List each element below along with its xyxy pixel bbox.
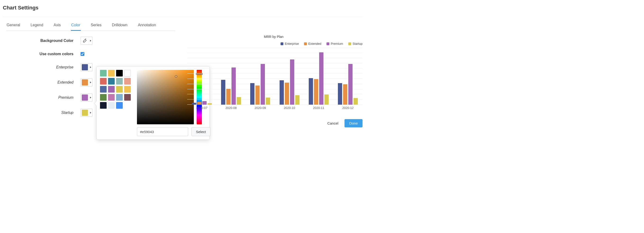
bar[interactable] — [232, 67, 236, 105]
tab-color[interactable]: Color — [71, 22, 81, 31]
bar[interactable] — [261, 64, 265, 105]
bar[interactable] — [290, 59, 294, 105]
legend-item-startup[interactable]: Startup — [348, 42, 362, 45]
tabs: GeneralLegendAxisColorSeriesDrilldownAnn… — [6, 22, 175, 31]
palette-swatch[interactable] — [108, 78, 115, 84]
palette-swatch[interactable] — [108, 94, 115, 101]
palette-swatch[interactable] — [100, 102, 106, 109]
legend-swatch — [280, 42, 284, 45]
legend-label: Enterprise — [285, 42, 299, 45]
bar[interactable] — [354, 98, 358, 105]
bar[interactable] — [338, 83, 342, 105]
done-button[interactable]: Done — [344, 119, 362, 127]
color-swatch — [82, 64, 88, 70]
palette-swatch[interactable] — [108, 70, 115, 76]
page-title: Chart Settings — [2, 3, 362, 17]
bar[interactable] — [309, 78, 313, 105]
palette-swatch[interactable] — [116, 94, 123, 101]
bar[interactable] — [202, 101, 206, 105]
divider — [2, 17, 362, 17]
x-axis-label: 2020-09 — [246, 106, 275, 110]
bar-group — [304, 48, 333, 105]
caret-right-icon — [90, 66, 91, 68]
chart-plot-area — [187, 48, 362, 105]
legend-item-enterprise[interactable]: Enterprise — [280, 42, 299, 45]
bar[interactable] — [348, 64, 352, 105]
x-axis-label: 2020-11 — [304, 106, 333, 110]
palette-swatch[interactable] — [124, 70, 131, 76]
series-label-enterprise: Enterprise — [2, 65, 74, 69]
bar-group — [216, 48, 246, 105]
caret-right-icon — [90, 97, 91, 98]
series-color-button-enterprise[interactable] — [80, 63, 92, 71]
cancel-button[interactable]: Cancel — [327, 121, 338, 125]
palette-swatch[interactable] — [108, 86, 115, 93]
x-axis-label: 2020-07 — [187, 106, 216, 110]
bar[interactable] — [192, 103, 196, 105]
bar[interactable] — [324, 94, 329, 105]
series-color-button-premium[interactable] — [80, 94, 92, 102]
use-custom-colors-checkbox[interactable] — [80, 52, 84, 56]
bar[interactable] — [295, 95, 300, 105]
background-color-button[interactable] — [80, 37, 92, 45]
bar[interactable] — [197, 102, 202, 105]
tab-annotation[interactable]: Annotation — [138, 22, 156, 31]
palette-swatch[interactable] — [124, 78, 131, 84]
series-label-extended: Extended — [2, 80, 74, 84]
series-label-premium: Premium — [2, 95, 74, 100]
tab-axis[interactable]: Axis — [53, 22, 61, 31]
palette-swatch[interactable] — [124, 94, 131, 101]
series-color-button-startup[interactable] — [80, 109, 92, 117]
bar[interactable] — [226, 89, 230, 105]
paintbrush-icon — [82, 38, 88, 44]
legend-label: Startup — [352, 42, 362, 45]
use-custom-colors-label: Use custom colors — [2, 52, 74, 56]
bar[interactable] — [280, 80, 284, 105]
bar[interactable] — [314, 79, 318, 105]
tab-series[interactable]: Series — [90, 22, 102, 31]
palette-swatch[interactable] — [124, 86, 131, 93]
chart-title: MRR by Plan — [185, 35, 362, 39]
legend-swatch — [304, 42, 307, 45]
legend-item-premium[interactable]: Premium — [326, 42, 343, 45]
legend-swatch — [326, 42, 329, 45]
chart-legend: EnterpriseExtendedPremiumStartup — [185, 42, 362, 45]
legend-label: Extended — [308, 42, 321, 45]
color-swatch — [82, 79, 88, 85]
palette-swatch[interactable] — [100, 94, 106, 101]
palette-swatch[interactable] — [100, 78, 106, 84]
tab-legend[interactable]: Legend — [30, 22, 44, 31]
sv-cursor[interactable] — [175, 75, 177, 78]
legend-swatch — [348, 42, 351, 45]
palette-swatch[interactable] — [116, 86, 123, 93]
bar[interactable] — [256, 85, 260, 105]
series-color-button-extended[interactable] — [80, 78, 92, 86]
color-palette — [100, 70, 133, 136]
bar[interactable] — [343, 84, 347, 105]
bar[interactable] — [221, 80, 225, 105]
legend-label: Premium — [331, 42, 343, 45]
bar-group — [333, 48, 362, 105]
palette-swatch[interactable] — [116, 78, 123, 84]
x-axis-label: 2020-08 — [216, 106, 246, 110]
tab-drilldown[interactable]: Drilldown — [111, 22, 128, 31]
palette-swatch[interactable] — [116, 102, 123, 109]
chart-preview: MRR by Plan EnterpriseExtendedPremiumSta… — [185, 35, 362, 110]
caret-right-icon — [90, 40, 91, 42]
bar[interactable] — [250, 83, 254, 105]
tab-general[interactable]: General — [6, 22, 20, 31]
palette-swatch[interactable] — [100, 70, 106, 76]
bar[interactable] — [266, 98, 270, 105]
legend-item-extended[interactable]: Extended — [304, 42, 321, 45]
palette-swatch[interactable] — [100, 86, 106, 93]
palette-swatch[interactable] — [116, 70, 123, 76]
select-color-button[interactable]: Select — [192, 127, 210, 136]
background-color-label: Background Color — [2, 39, 74, 43]
palette-swatch[interactable] — [108, 102, 115, 109]
bar[interactable] — [285, 83, 289, 105]
hex-input[interactable] — [137, 127, 188, 136]
bar[interactable] — [319, 52, 324, 105]
bar[interactable] — [208, 103, 212, 105]
bar[interactable] — [237, 97, 241, 105]
color-swatch — [82, 110, 88, 116]
